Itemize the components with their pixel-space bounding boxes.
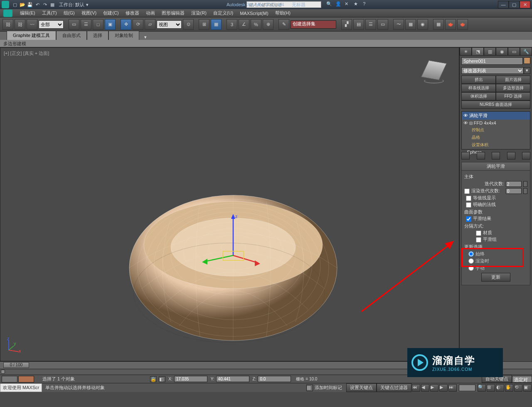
max-toggle-icon[interactable]: ▣ bbox=[523, 384, 532, 392]
menu-view[interactable]: 视图(V) bbox=[79, 9, 99, 17]
select-name-icon[interactable]: ☰ bbox=[81, 19, 91, 30]
selection-filter-dropdown[interactable]: 全部 bbox=[39, 20, 64, 29]
angle-snap-icon[interactable]: ∠ bbox=[239, 19, 249, 30]
mod-btn-extrude[interactable]: 挤出 bbox=[461, 76, 496, 84]
y-coord-input[interactable]: 40.441 bbox=[216, 376, 249, 382]
rect-select-icon[interactable]: □ bbox=[93, 19, 103, 30]
scale-tool-icon[interactable]: ▱ bbox=[145, 19, 155, 30]
menu-animation[interactable]: 动画 bbox=[143, 9, 158, 17]
tab-selection[interactable]: 选择 bbox=[87, 31, 108, 40]
time-scrubber[interactable]: 0 / 100 bbox=[3, 362, 29, 368]
x-coord-input[interactable]: 17.035 bbox=[174, 376, 207, 382]
mirror-icon[interactable]: ▞ bbox=[341, 19, 352, 30]
modifier-list-dropdown[interactable]: 修改器列表 bbox=[461, 67, 524, 74]
object-color-swatch[interactable] bbox=[524, 57, 530, 64]
stack-item-turbosmooth[interactable]: 👁涡轮平滑 bbox=[462, 112, 530, 120]
exchange-icon[interactable]: ✕ bbox=[345, 1, 351, 8]
hierarchy-tab-icon[interactable]: ▥ bbox=[484, 47, 496, 56]
maximize-button[interactable]: ▢ bbox=[509, 1, 520, 8]
mod-btn-nurbssel[interactable]: NURBS 曲面选择 bbox=[461, 101, 530, 109]
coord-display-icon[interactable]: ◧ bbox=[159, 376, 165, 382]
app-menu-button[interactable] bbox=[3, 10, 12, 17]
undo-icon[interactable]: ↶ bbox=[34, 1, 41, 8]
stack-sub-controlpoints[interactable]: 控制点 bbox=[462, 126, 530, 134]
search-icon[interactable]: 🔍 bbox=[326, 1, 333, 8]
key-filter-button[interactable]: 关键点过滤器 bbox=[377, 383, 411, 392]
show-result-icon[interactable] bbox=[477, 152, 485, 159]
goto-start-icon[interactable]: ⏮ bbox=[412, 384, 420, 392]
z-coord-input[interactable]: 0.0 bbox=[258, 376, 291, 382]
mod-btn-patchsel[interactable]: 面片选择 bbox=[496, 76, 530, 84]
next-frame-icon[interactable]: ▶ bbox=[439, 384, 448, 392]
zoom-icon[interactable]: 🔍 bbox=[478, 384, 486, 392]
smoothgroup-checkbox[interactable] bbox=[476, 237, 481, 243]
keymode-dropdown[interactable]: 选定对 bbox=[512, 376, 532, 382]
iterations-input[interactable] bbox=[506, 181, 522, 187]
curve-editor-icon[interactable]: 〜 bbox=[393, 19, 404, 30]
menu-maxscript[interactable]: MAXScript(M) bbox=[237, 10, 271, 17]
open-icon[interactable]: 📂 bbox=[19, 1, 26, 8]
redo-icon[interactable]: ↷ bbox=[42, 1, 48, 8]
render-setup-icon[interactable]: ▦ bbox=[433, 19, 444, 30]
mod-btn-polysel[interactable]: 多边形选择 bbox=[496, 84, 530, 92]
utilities-tab-icon[interactable]: 🔧 bbox=[520, 47, 532, 56]
refcoord-dropdown[interactable]: 视图 bbox=[157, 20, 182, 29]
viewport-label[interactable]: [+] [正交] [真实 + 边面] bbox=[4, 50, 49, 56]
render-icon[interactable]: 🫖 bbox=[457, 19, 468, 30]
tab-graphite[interactable]: Graphite 建模工具 bbox=[7, 31, 56, 40]
manipulate-icon[interactable]: ⊞ bbox=[199, 19, 209, 30]
stack-item-ffd[interactable]: 👁⊟ FFD 4x4x4 bbox=[462, 120, 530, 126]
modify-tab-icon[interactable]: ⬔ bbox=[472, 47, 484, 56]
render-iters-spinner[interactable] bbox=[523, 188, 527, 194]
update-button[interactable]: 更新 bbox=[481, 273, 510, 282]
snap-3-icon[interactable]: 3 bbox=[227, 19, 237, 30]
play-icon[interactable]: ▶ bbox=[430, 384, 438, 392]
schematic-icon[interactable]: ▦ bbox=[405, 19, 416, 30]
trackbar-toggle-icon[interactable] bbox=[1, 370, 5, 374]
unlink-tool-icon[interactable]: ⛓ bbox=[15, 19, 25, 30]
menu-edit[interactable]: 编辑(E) bbox=[17, 9, 38, 17]
menu-tools[interactable]: 工具(T) bbox=[39, 9, 59, 17]
render-iters-input[interactable] bbox=[506, 188, 522, 194]
isoline-checkbox[interactable] bbox=[466, 196, 471, 201]
modifier-stack[interactable]: 👁涡轮平滑 👁⊟ FFD 4x4x4 控制点 晶格 设置体积 Sphere bbox=[461, 111, 530, 150]
keyboard-shortcut-icon[interactable]: ▦ bbox=[211, 19, 222, 30]
signin-icon[interactable]: 👤 bbox=[335, 1, 342, 8]
mod-btn-splinesel[interactable]: 样条线选择 bbox=[461, 84, 496, 92]
viewcube[interactable] bbox=[421, 59, 446, 84]
menu-group[interactable]: 组(G) bbox=[61, 9, 77, 17]
tab-freeform[interactable]: 自由形式 bbox=[56, 31, 87, 40]
edit-named-sel-icon[interactable]: ✎ bbox=[278, 19, 289, 30]
viewport[interactable]: [+] [正交] [真实 + 边面] bbox=[0, 47, 459, 361]
close-button[interactable]: ✕ bbox=[520, 1, 530, 8]
lock-selection-icon[interactable]: 🔒 bbox=[150, 376, 157, 382]
commpanel-toggle-icon[interactable]: ▥ bbox=[306, 385, 313, 391]
menu-customize[interactable]: 自定义(U) bbox=[211, 9, 236, 17]
material-checkbox[interactable] bbox=[476, 230, 481, 236]
display-tab-icon[interactable]: ▭ bbox=[508, 47, 520, 56]
workspace-dropdown-icon[interactable]: ▾ bbox=[86, 2, 89, 7]
mod-btn-ffdsel[interactable]: FFD 选择 bbox=[496, 92, 530, 101]
pan-icon[interactable]: ✋ bbox=[505, 384, 513, 392]
stack-sub-lattice[interactable]: 晶格 bbox=[462, 134, 530, 141]
link-tool-icon[interactable]: ⛓ bbox=[2, 19, 13, 30]
link-icon[interactable]: ▦ bbox=[49, 1, 56, 8]
stack-sub-setvolume[interactable]: 设置体积 bbox=[462, 141, 530, 149]
favorites-icon[interactable]: ★ bbox=[354, 1, 360, 8]
select-tool-icon[interactable]: ▭ bbox=[69, 19, 79, 30]
explicit-normals-checkbox[interactable] bbox=[466, 202, 471, 208]
remove-mod-icon[interactable] bbox=[507, 152, 515, 159]
object-name-input[interactable] bbox=[461, 57, 523, 65]
prev-frame-icon[interactable]: ◀ bbox=[421, 384, 429, 392]
maxscript-listener[interactable]: 欢迎使用 MAXScr bbox=[0, 383, 42, 392]
configure-sets-icon[interactable] bbox=[522, 152, 530, 159]
window-crossing-icon[interactable]: ▣ bbox=[105, 19, 116, 30]
motion-tab-icon[interactable]: ◉ bbox=[496, 47, 508, 56]
tab-objpaint[interactable]: 对象绘制 bbox=[108, 31, 139, 40]
update-render-radio[interactable] bbox=[468, 258, 474, 264]
layers-icon[interactable]: ☰ bbox=[365, 19, 376, 30]
rollout-header[interactable]: 涡轮平滑 bbox=[462, 162, 530, 171]
percent-snap-icon[interactable]: % bbox=[251, 19, 261, 30]
smooth-result-checkbox[interactable] bbox=[466, 216, 471, 222]
create-tab-icon[interactable]: ☀ bbox=[460, 47, 472, 56]
